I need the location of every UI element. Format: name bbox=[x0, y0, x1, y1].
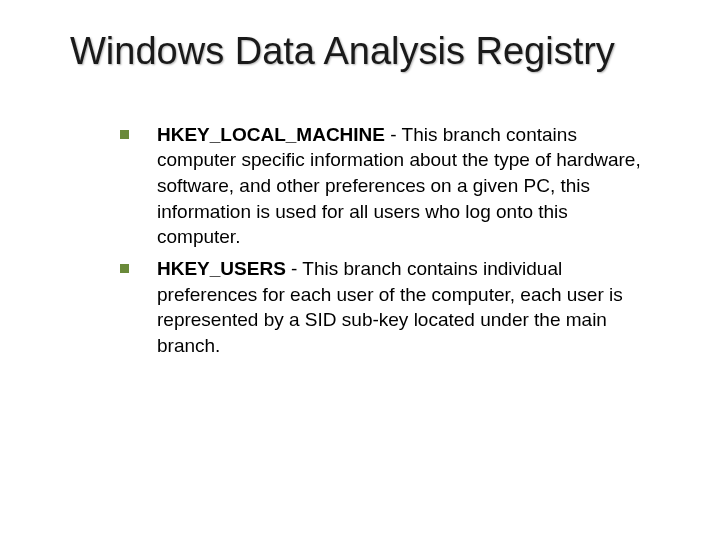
list-item: HKEY_USERS - This branch contains indivi… bbox=[120, 256, 650, 359]
registry-key-name: HKEY_LOCAL_MACHINE bbox=[157, 124, 385, 145]
bullet-text: HKEY_LOCAL_MACHINE - This branch contain… bbox=[157, 122, 650, 250]
bullet-icon bbox=[120, 130, 129, 139]
registry-key-name: HKEY_USERS bbox=[157, 258, 286, 279]
slide-title: Windows Data Analysis Registry bbox=[70, 30, 680, 74]
list-item: HKEY_LOCAL_MACHINE - This branch contain… bbox=[120, 122, 650, 250]
bullet-text: HKEY_USERS - This branch contains indivi… bbox=[157, 256, 650, 359]
bullet-icon bbox=[120, 264, 129, 273]
content-area: HKEY_LOCAL_MACHINE - This branch contain… bbox=[70, 122, 680, 359]
